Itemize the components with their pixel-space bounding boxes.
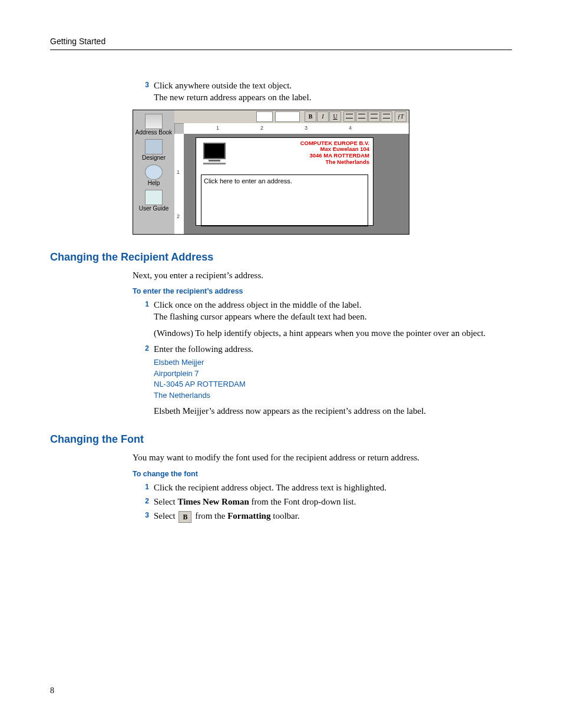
app-screenshot: Address Book Designer Help User Guide B … xyxy=(133,110,409,235)
ruler-tick: 1 xyxy=(177,169,180,175)
designer-icon xyxy=(145,139,163,154)
return-address: COMPUTEK EUROPE B.V. Max Euwelaan 104 30… xyxy=(300,140,369,166)
sidebar-item-address-book: Address Book xyxy=(133,114,174,136)
font-tool-button[interactable]: ƒT xyxy=(395,111,406,122)
bold-button[interactable]: B xyxy=(305,111,316,122)
step-text: Enter the following address. xyxy=(154,343,512,355)
address-line: Elsbeth Meijjer xyxy=(154,357,512,368)
sidebar-item-user-guide: User Guide xyxy=(133,190,174,212)
step-2: 2 Select Times New Roman from the Font d… xyxy=(133,496,512,508)
procedure-heading: To change the font xyxy=(133,470,512,478)
label: COMPUTEK EUROPE B.V. Max Euwelaan 104 30… xyxy=(196,137,373,226)
step-number: 1 xyxy=(133,482,149,493)
align-center-button[interactable] xyxy=(356,111,368,122)
align-left-button[interactable] xyxy=(343,111,355,122)
ruler-tick: 2 xyxy=(260,125,263,131)
ruler-tick: 3 xyxy=(305,125,308,131)
font-dropdown[interactable] xyxy=(256,111,273,122)
step-text: Click anywhere outside the text object. xyxy=(154,80,512,91)
section-intro: You may want to modify the font used for… xyxy=(133,452,512,463)
sidebar-label: Address Book xyxy=(133,129,174,136)
running-head: Getting Started xyxy=(50,37,105,46)
step-number: 2 xyxy=(133,496,149,508)
sidebar-label: User Guide xyxy=(133,205,174,212)
address-book-icon xyxy=(145,114,163,129)
step-text: The flashing cursor appears where the de… xyxy=(154,311,512,322)
example-address: Elsbeth Meijjer Airportplein 7 NL-3045 A… xyxy=(154,357,512,401)
step-1: 1 Click once on the address object in th… xyxy=(133,299,512,340)
align-justify-button[interactable] xyxy=(381,111,392,122)
address-placeholder: Click here to enter an address. xyxy=(204,177,292,185)
step-number: 2 xyxy=(133,343,149,355)
sidebar-item-help: Help xyxy=(133,164,174,186)
step-text: Select xyxy=(154,511,177,521)
heading-changing-font: Changing the Font xyxy=(50,433,512,446)
step-bold: Times New Roman xyxy=(177,497,249,506)
step-2: 2 Enter the following address. xyxy=(133,343,512,355)
step-number: 3 xyxy=(133,510,149,523)
step-3: 3 Select B from the Formatting toolbar. xyxy=(133,510,512,523)
step-note: (Windows) To help identify objects, a hi… xyxy=(154,327,512,339)
heading-changing-recipient: Changing the Recipient Address xyxy=(50,251,512,263)
step-1: 1 Click the recipient address object. Th… xyxy=(133,482,512,493)
ruler-vertical: 1 2 xyxy=(174,134,184,234)
ruler-tick: 1 xyxy=(216,125,219,131)
step-bold: Formatting xyxy=(227,511,270,521)
sidebar-label: Designer xyxy=(133,154,174,161)
sidebar-item-designer: Designer xyxy=(133,139,174,161)
step-text: Select xyxy=(154,497,177,506)
address-line: The Netherlands xyxy=(154,390,512,401)
italic-button[interactable]: I xyxy=(317,111,329,122)
label-canvas: COMPUTEK EUROPE B.V. Max Euwelaan 104 30… xyxy=(184,134,409,234)
step-number: 3 xyxy=(133,80,149,104)
ruler-horizontal: 1 2 3 4 xyxy=(184,123,409,134)
align-right-button[interactable] xyxy=(368,111,380,122)
ruler-tick: 2 xyxy=(177,213,180,219)
intro-step-3: 3 Click anywhere outside the text object… xyxy=(133,80,512,104)
step-text: Click the recipient address object. The … xyxy=(154,483,386,492)
step-text: from the xyxy=(193,511,227,521)
step-text: Click once on the address object in the … xyxy=(154,299,512,311)
address-line: Airportplein 7 xyxy=(154,368,512,380)
bold-toolbar-icon: B xyxy=(178,511,191,523)
address-line: NL-3045 AP ROTTERDAM xyxy=(154,379,512,390)
user-guide-icon xyxy=(145,190,163,205)
step-text: from the Font drop-down list. xyxy=(249,497,356,506)
step-text: The new return address appears on the la… xyxy=(154,91,512,103)
help-icon xyxy=(145,164,163,180)
section-intro: Next, you enter a recipient’s address. xyxy=(133,269,512,281)
step-number: 1 xyxy=(133,299,149,340)
step-text: toolbar. xyxy=(270,511,299,521)
procedure-heading: To enter the recipient’s address xyxy=(133,287,512,295)
step-result: Elsbeth Meijjer’s address now appears as… xyxy=(154,405,512,417)
size-dropdown[interactable] xyxy=(275,111,300,122)
recipient-address-object[interactable]: Click here to enter an address. xyxy=(201,174,368,226)
graphic-object xyxy=(202,143,227,163)
sidebar-label: Help xyxy=(133,180,174,186)
return-addr-line: The Netherlands xyxy=(300,159,369,166)
underline-button[interactable]: U xyxy=(329,111,341,122)
ruler-tick: 4 xyxy=(349,125,352,131)
page-number: 8 xyxy=(50,686,54,696)
formatting-toolbar: B I U ƒT xyxy=(174,110,409,124)
header-rule xyxy=(50,50,512,50)
app-sidebar: Address Book Designer Help User Guide xyxy=(133,110,175,234)
